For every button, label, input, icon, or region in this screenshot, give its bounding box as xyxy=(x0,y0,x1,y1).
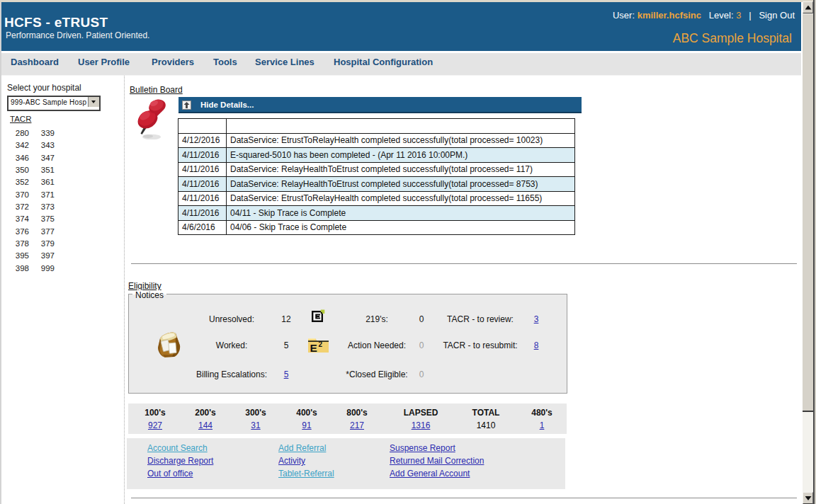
svg-text:E: E xyxy=(310,342,317,354)
svg-text:2: 2 xyxy=(319,340,323,348)
